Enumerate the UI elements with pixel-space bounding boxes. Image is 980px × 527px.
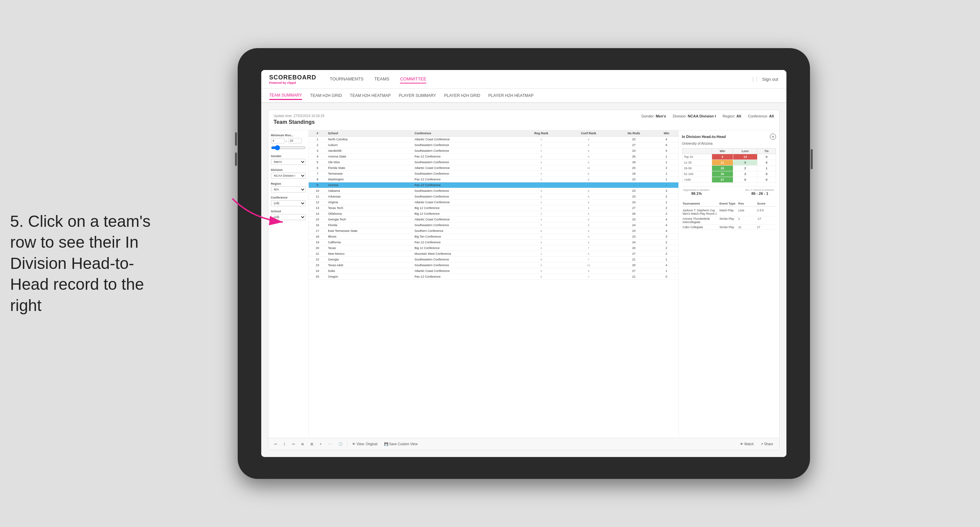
save-custom-button[interactable]: 💾 Save Custom View: [382, 441, 420, 447]
cell-reg-rank: -: [519, 183, 564, 188]
more-options[interactable]: ⋯: [326, 441, 334, 447]
cell-win: 4: [655, 137, 678, 142]
table-row[interactable]: 12 Virginia Atlantic Coast Conference 3 …: [309, 200, 678, 205]
division-select[interactable]: NCAA Division I: [271, 173, 306, 179]
standings-table-area[interactable]: # School Conference Reg Rank Conf Rank N…: [309, 130, 678, 438]
nav-item-tournaments[interactable]: TOURNAMENTS: [330, 75, 364, 83]
h2h-row: Top 10 3 13 0: [682, 154, 776, 160]
cell-num: 13: [309, 205, 326, 211]
table-row[interactable]: 6 Florida State Atlantic Coast Conferenc…: [309, 165, 678, 171]
cell-num: 17: [309, 228, 326, 234]
cell-conf-rank: 9: [564, 251, 613, 257]
table-row[interactable]: 2 Auburn Southeastern Conference 1 9 27 …: [309, 142, 678, 148]
nav-item-committee[interactable]: COMMITTEE: [400, 75, 426, 83]
power-button[interactable]: [811, 149, 813, 169]
cell-school: Virginia: [326, 200, 413, 205]
cell-conf-rank: 7: [564, 274, 613, 279]
table-row[interactable]: 3 Vanderbilt Southeastern Conference 2 8…: [309, 148, 678, 154]
cell-conf-rank: 8: [564, 217, 613, 222]
view-original-button[interactable]: 👁 View: Original: [350, 441, 379, 447]
h2h-win: 20: [712, 171, 733, 177]
cell-no-rnds: 24: [613, 200, 655, 205]
cell-conf-rank: 9: [564, 211, 613, 217]
gender-select[interactable]: Men's: [271, 159, 306, 165]
outer-background: 5. Click on a team's row to see their In…: [0, 0, 980, 527]
undo-button[interactable]: ↩: [272, 441, 279, 447]
table-row[interactable]: 22 Georgia Southeastern Conference 8 7 2…: [309, 257, 678, 262]
sign-out-button[interactable]: Sign out: [756, 77, 778, 82]
step-back-button[interactable]: ⟨: [282, 441, 287, 447]
clock-button[interactable]: 🕐: [336, 441, 344, 447]
cell-reg-rank: 1: [519, 251, 564, 257]
cell-conference: Southeastern Conference: [413, 160, 519, 165]
logo-title: SCOREBOARD: [269, 74, 317, 81]
redo-button[interactable]: ↪: [290, 441, 297, 447]
table-row[interactable]: 9 Arizona Pac-12 Conference - - - -: [309, 183, 678, 188]
h2h-close-button[interactable]: ✕: [770, 133, 776, 140]
volume-up-button[interactable]: [235, 132, 237, 146]
watch-button[interactable]: 👁 Watch: [738, 441, 756, 447]
copy-button[interactable]: ⧉: [299, 441, 306, 447]
tourney-row: Cabo Collegiate Stroke Play 11 17: [682, 225, 776, 230]
table-row[interactable]: 16 Florida Southeastern Conference 7 9 2…: [309, 222, 678, 228]
table-row[interactable]: 14 Oklahoma Big 12 Conference 2 9 26 2: [309, 211, 678, 217]
sub-nav-team-h2h-heatmap[interactable]: TEAM H2H HEATMAP: [350, 92, 391, 99]
table-row[interactable]: 10 Alabama Southeastern Conference 5 8 2…: [309, 188, 678, 194]
sub-nav-player-summary[interactable]: PLAYER SUMMARY: [399, 92, 436, 99]
cell-win: 3: [655, 188, 678, 194]
nav-item-teams[interactable]: TEAMS: [374, 75, 390, 83]
cell-conference: Southeastern Conference: [413, 222, 519, 228]
table-row[interactable]: 7 Tennessee Southeastern Conference 4 6 …: [309, 171, 678, 177]
cell-reg-rank: 1: [519, 137, 564, 142]
table-row[interactable]: 19 California Pac-12 Conference 4 8 24 2: [309, 240, 678, 245]
tourney-name: Arizona Thunderbirds Intercollegiate: [683, 217, 719, 224]
table-row[interactable]: 18 Illinois Big Ten Conference 1 9 23 3: [309, 234, 678, 240]
conference-select[interactable]: (All): [271, 200, 306, 206]
cell-no-rnds: 26: [613, 154, 655, 160]
share-button[interactable]: ↗ Share: [759, 441, 775, 447]
table-row[interactable]: 24 Duke Atlantic Coast Conference 5 9 27…: [309, 268, 678, 274]
h2h-loss: 0: [733, 177, 757, 183]
min-rounds-input[interactable]: [271, 138, 285, 143]
cell-conf-rank: 9: [564, 205, 613, 211]
h2h-tie: 0: [757, 177, 776, 183]
h2h-tournaments: Tournament Event Type Pos Score Jackson …: [682, 201, 776, 230]
table-row[interactable]: 8 Washington Pac-12 Conference 2 8 23 1: [309, 177, 678, 183]
cell-no-rnds: 26: [613, 211, 655, 217]
school-select[interactable]: (All): [271, 214, 306, 220]
cell-school: Duke: [326, 268, 413, 274]
table-row[interactable]: 4 Arizona State Pac-12 Conference 4 6 26…: [309, 154, 678, 160]
table-row[interactable]: 1 North Carolina Atlantic Coast Conferen…: [309, 137, 678, 142]
cell-win: 2: [655, 205, 678, 211]
table-row[interactable]: 20 Texas Big 12 Conference 3 7 20 2: [309, 245, 678, 251]
cell-reg-rank: 5: [519, 268, 564, 274]
table-row[interactable]: 17 East Tennessee State Southern Confere…: [309, 228, 678, 234]
rounds-slider[interactable]: [271, 145, 306, 151]
table-row[interactable]: 5 Ole Miss Southeastern Conference 3 6 1…: [309, 160, 678, 165]
add-button[interactable]: +: [318, 441, 324, 447]
table-row[interactable]: 15 Georgia Tech Atlantic Coast Conferenc…: [309, 217, 678, 222]
h2h-loss: 3: [733, 171, 757, 177]
conference-meta: Conference: All: [748, 114, 774, 118]
table-row[interactable]: 13 Texas Tech Big 12 Conference 1 9 27 2: [309, 205, 678, 211]
sub-nav-team-h2h-grid[interactable]: TEAM H2H GRID: [310, 92, 342, 99]
sub-nav-team-summary[interactable]: TEAM SUMMARY: [269, 92, 302, 100]
cell-school: Georgia: [326, 257, 413, 262]
table-row[interactable]: 21 New Mexico Mountain West Conference 1…: [309, 251, 678, 257]
max-rounds-input[interactable]: [288, 138, 302, 143]
cell-conference: Southeastern Conference: [413, 142, 519, 148]
volume-down-button[interactable]: [235, 152, 237, 166]
table-row[interactable]: 25 Oregon Pac-12 Conference 5 7 21 0: [309, 274, 678, 279]
paste-button[interactable]: ⊞: [309, 441, 315, 447]
nav-bar: SCOREBOARD Powered by clippd TOURNAMENTS…: [261, 70, 786, 89]
sub-nav-player-h2h-grid[interactable]: PLAYER H2H GRID: [444, 92, 480, 99]
table-row[interactable]: 11 Arkansas Southeastern Conference 6 8 …: [309, 194, 678, 200]
cell-win: -: [655, 183, 678, 188]
cell-no-rnds: 20: [613, 262, 655, 268]
sub-nav-player-h2h-heatmap[interactable]: PLAYER H2H HEATMAP: [488, 92, 534, 99]
table-row[interactable]: 23 Texas A&M Southeastern Conference 9 1…: [309, 262, 678, 268]
region-select[interactable]: N/A: [271, 186, 306, 192]
tourney-event-type: Match Play: [719, 209, 738, 212]
cell-num: 22: [309, 257, 326, 262]
col-conf-rank: Conf Rank: [564, 130, 613, 137]
